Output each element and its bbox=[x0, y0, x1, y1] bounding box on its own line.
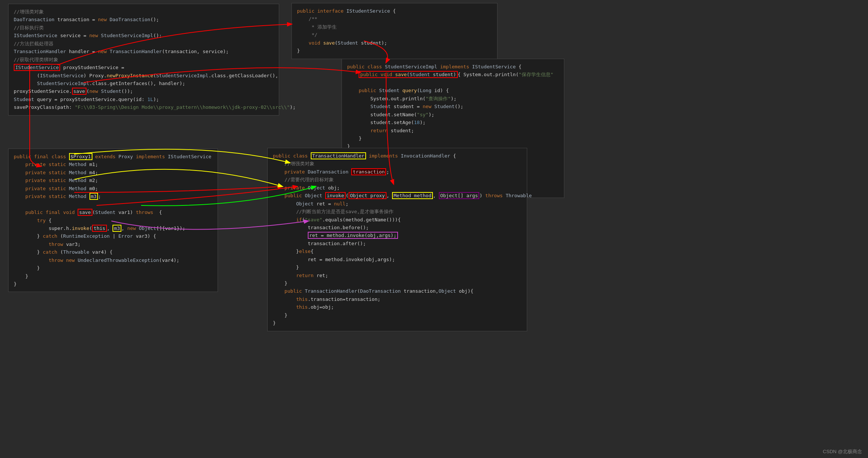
interface-panel: public interface IStudentService { /** *… bbox=[291, 3, 497, 59]
watermark: CSDN @北极商念 bbox=[823, 448, 862, 455]
impl-code: public class StudentServiceImpl implemen… bbox=[347, 63, 559, 150]
top-left-code: //增强类对象 DaoTransaction transaction = new… bbox=[14, 8, 274, 111]
handler-code: public class TransactionHandler implemen… bbox=[273, 152, 522, 327]
top-left-panel: //增强类对象 DaoTransaction transaction = new… bbox=[8, 4, 279, 116]
interface-code: public interface IStudentService { /** *… bbox=[297, 7, 492, 55]
proxy-code: public final class $Proxy1 extends Proxy… bbox=[14, 153, 212, 288]
proxy-panel: public final class $Proxy1 extends Proxy… bbox=[8, 149, 218, 292]
handler-panel: public class TransactionHandler implemen… bbox=[267, 148, 527, 331]
